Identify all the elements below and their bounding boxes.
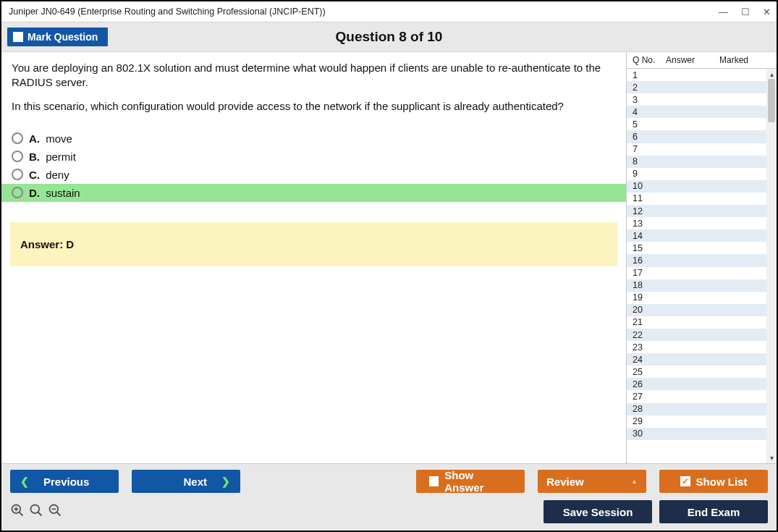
question-row[interactable]: 18 <box>627 279 766 292</box>
choice-c[interactable]: C. deny <box>1 166 626 184</box>
chevron-down-icon: ▲ <box>631 478 638 485</box>
question-row[interactable]: 7 <box>627 143 766 156</box>
question-row[interactable]: 9 <box>627 168 766 180</box>
show-answer-button[interactable]: Show Answer <box>416 470 525 493</box>
question-row[interactable]: 8 <box>627 156 766 168</box>
chevron-left-icon: ❮ <box>20 476 29 487</box>
checkbox-icon <box>13 32 23 42</box>
choice-label: B. permit <box>29 151 76 163</box>
scroll-down-icon[interactable]: ▾ <box>770 454 774 462</box>
checkbox-icon: ✓ <box>680 476 690 486</box>
footer-row-1: ❮ Previous Next ❯ Show Answer Review ▲ ✓… <box>10 470 768 493</box>
minimize-icon[interactable]: — <box>719 7 728 17</box>
question-row[interactable]: 11 <box>627 193 766 205</box>
question-row[interactable]: 10 <box>627 180 766 193</box>
question-header: Mark Question Question 8 of 10 <box>1 22 777 52</box>
answer-box: Answer: D <box>10 222 617 266</box>
radio-icon <box>12 151 23 162</box>
maximize-icon[interactable]: ☐ <box>741 7 750 17</box>
choice-a[interactable]: A. move <box>1 130 626 148</box>
choice-label: D. sustain <box>29 187 80 199</box>
scroll-up-icon[interactable]: ▴ <box>770 70 774 78</box>
question-row[interactable]: 20 <box>627 304 766 316</box>
choice-b[interactable]: B. permit <box>1 148 626 166</box>
choice-label: C. deny <box>29 169 69 181</box>
question-row[interactable]: 30 <box>627 428 766 440</box>
question-row[interactable]: 29 <box>627 415 766 428</box>
question-row[interactable]: 25 <box>627 366 766 378</box>
scrollbar[interactable]: ▴ ▾ <box>766 69 777 463</box>
show-list-button[interactable]: ✓ Show List <box>659 470 768 493</box>
question-row[interactable]: 19 <box>627 292 766 304</box>
review-button[interactable]: Review ▲ <box>538 470 646 493</box>
choice-d[interactable]: D. sustain <box>1 184 626 202</box>
answer-label: Answer: D <box>20 238 74 250</box>
previous-label: Previous <box>43 476 89 488</box>
svg-line-7 <box>57 512 61 515</box>
question-row[interactable]: 16 <box>627 254 766 266</box>
question-row[interactable]: 26 <box>627 378 766 390</box>
next-label: Next <box>183 476 207 488</box>
radio-icon <box>12 132 23 144</box>
review-label: Review <box>546 476 584 488</box>
end-exam-label: End Exam <box>688 506 740 518</box>
radio-icon <box>12 169 23 180</box>
question-paragraph-2: In this scenario, which configuration wo… <box>12 99 616 114</box>
zoom-controls <box>10 503 62 521</box>
svg-point-4 <box>31 504 40 513</box>
question-row[interactable]: 23 <box>627 341 766 353</box>
save-session-button[interactable]: Save Session <box>544 500 652 523</box>
previous-button[interactable]: ❮ Previous <box>10 470 119 493</box>
app-window: Juniper JN0-649 (Enterprise Routing and … <box>0 0 778 532</box>
zoom-in-icon[interactable] <box>10 503 25 521</box>
col-qno: Q No. <box>633 55 666 65</box>
question-row[interactable]: 24 <box>627 353 766 366</box>
zoom-reset-icon[interactable] <box>29 503 43 521</box>
question-row[interactable]: 5 <box>627 118 766 130</box>
question-row[interactable]: 22 <box>627 329 766 341</box>
zoom-out-icon[interactable] <box>48 503 62 521</box>
question-row[interactable]: 21 <box>627 316 766 329</box>
main-panel: You are deploying an 802.1X solution and… <box>1 52 626 463</box>
question-row[interactable]: 3 <box>627 93 766 106</box>
radio-icon <box>12 187 23 198</box>
show-answer-label: Show Answer <box>444 469 512 494</box>
choice-label: A. move <box>29 132 72 145</box>
svg-line-1 <box>20 512 23 515</box>
question-counter: Question 8 of 10 <box>1 29 777 45</box>
question-row[interactable]: 13 <box>627 217 766 229</box>
show-list-label: Show List <box>696 476 748 488</box>
window-controls: — ☐ ✕ <box>719 7 771 17</box>
question-list-header: Q No. Answer Marked <box>627 52 777 69</box>
mark-question-button[interactable]: Mark Question <box>7 28 108 46</box>
question-row[interactable]: 14 <box>627 229 766 242</box>
scroll-thumb[interactable] <box>768 79 775 122</box>
end-exam-button[interactable]: End Exam <box>659 500 768 523</box>
question-row[interactable]: 28 <box>627 403 766 415</box>
question-row[interactable]: 4 <box>627 106 766 118</box>
chevron-right-icon: ❯ <box>221 476 230 487</box>
question-paragraph-1: You are deploying an 802.1X solution and… <box>12 61 616 90</box>
question-list-rows: 1234567891011121314151617181920212223242… <box>627 69 777 463</box>
question-row[interactable]: 2 <box>627 81 766 93</box>
question-row[interactable]: 15 <box>627 242 766 254</box>
question-row[interactable]: 27 <box>627 390 766 402</box>
window-title: Juniper JN0-649 (Enterprise Routing and … <box>9 7 326 17</box>
question-list-panel: Q No. Answer Marked 12345678910111213141… <box>626 52 777 463</box>
next-button[interactable]: Next ❯ <box>132 470 240 493</box>
col-answer: Answer <box>666 55 719 65</box>
checkbox-icon <box>429 476 439 486</box>
question-row[interactable]: 17 <box>627 267 766 279</box>
svg-line-5 <box>38 512 42 515</box>
footer: ❮ Previous Next ❯ Show Answer Review ▲ ✓… <box>1 463 777 531</box>
question-text: You are deploying an 802.1X solution and… <box>1 52 626 125</box>
col-marked: Marked <box>719 55 772 65</box>
footer-row-2: Save Session End Exam <box>10 500 768 523</box>
question-row[interactable]: 6 <box>627 130 766 143</box>
title-bar: Juniper JN0-649 (Enterprise Routing and … <box>1 1 777 22</box>
choices-list: A. moveB. permitC. denyD. sustain <box>1 125 626 202</box>
close-icon[interactable]: ✕ <box>763 7 771 17</box>
question-row[interactable]: 12 <box>627 205 766 217</box>
question-row[interactable]: 1 <box>627 69 766 81</box>
mark-question-label: Mark Question <box>28 31 98 43</box>
